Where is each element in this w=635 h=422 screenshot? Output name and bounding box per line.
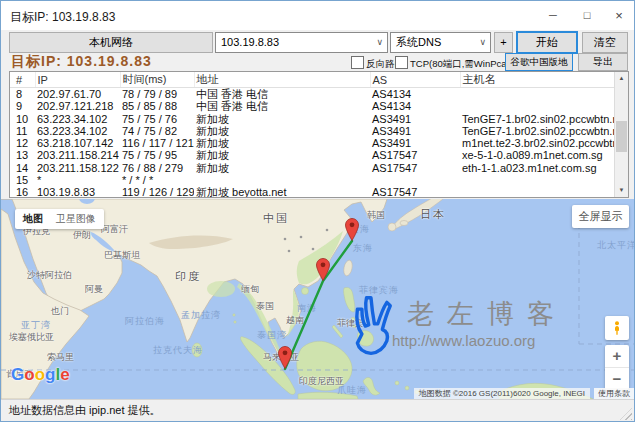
clear-button[interactable]: 清空 [582,32,628,53]
google-logo-letter: o [24,365,34,384]
title-bar: 目标IP: 103.19.8.83 ─ □ × [1,1,634,30]
table-cell: 14 [10,162,35,174]
pegman-icon [609,320,625,336]
column-header[interactable]: 地址 [194,72,370,88]
table-cell: 76 / 88 / 279 [120,162,194,174]
table-cell [194,174,370,186]
export-button[interactable]: 导出 [578,53,628,71]
map-type-map-button[interactable]: 地图 [23,213,43,224]
table-cell [370,174,460,186]
table-cell [460,186,615,198]
table-cell: AS17547 [370,149,460,161]
table-cell [460,174,615,186]
google-logo-letter: o [35,365,45,384]
status-text: 地址数据信息由 ipip.net 提供。 [9,403,161,418]
map-zoom-control: + − [605,345,629,390]
column-header[interactable]: AS [370,72,460,88]
app-window: 目标IP: 103.19.8.83 ─ □ × 本机网络 103.19.8.83… [0,0,635,422]
google-logo[interactable]: Google [11,365,70,385]
victory-hand-icon [347,291,395,359]
table-cell: 8 [10,88,35,101]
terms-of-use-link[interactable]: 使用条款 [594,388,634,399]
local-network-button[interactable]: 本机网络 [9,32,213,53]
table-row[interactable]: 15** / * / * [10,174,615,186]
table-cell: 119 / 126 / 129 [120,186,194,198]
target-ip-label: 目标IP: 103.19.8.83 [11,53,152,71]
trace-table-header-row: #IP时间(ms)地址AS主机名 [10,72,615,88]
dns-value: 系统DNS [396,36,441,48]
table-row[interactable]: 13203.211.158.21475 / 75 / 95新加坡AS17547x… [10,149,615,161]
google-logo-letter: e [60,365,69,384]
table-cell: 新加坡 [194,162,370,174]
scrollbar-down-icon[interactable]: ▼ [615,184,628,197]
column-header[interactable]: # [10,72,35,88]
table-cell: 203.211.158.214 [35,149,120,161]
add-button[interactable]: + [494,32,513,53]
resize-grip-icon[interactable] [620,408,632,420]
watermark-title: 老左博客 [407,296,567,332]
route-map[interactable]: 中国韩国日本伊拉克伊朗阿富汗巴基斯坦沙特阿拉伯阿曼也门印度缅甸泰国越南菲律宾马来… [1,199,634,399]
checkbox-icon [351,56,364,69]
table-row[interactable]: 1263.218.107.142116 / 117 / 121新加坡AS3491… [10,137,615,149]
maximize-button[interactable]: □ [571,1,603,30]
table-cell: 11 [10,125,35,137]
table-cell: AS3491 [370,137,460,149]
google-cn-map-button[interactable]: 谷歌中国版地图 [505,53,573,71]
table-cell: 202.97.121.218 [35,100,120,112]
zoom-in-button[interactable]: + [605,345,629,367]
table-cell: 75 / 75 / 76 [120,113,194,125]
table-cell: 63.223.34.102 [35,113,120,125]
table-row[interactable]: 1163.223.34.10274 / 75 / 82新加坡AS3491TenG… [10,125,615,137]
table-cell: 新加坡 [194,149,370,161]
google-logo-letter: G [11,365,24,384]
table-row[interactable]: 8202.97.61.7078 / 79 / 89中国 香港 电信AS4134 [10,88,615,101]
table-cell: 85 / 85 / 88 [120,100,194,112]
table-cell: 中国 香港 电信 [194,88,370,101]
table-row[interactable]: 1063.223.34.10275 / 75 / 76新加坡AS3491TenG… [10,113,615,125]
zoom-out-button[interactable]: − [605,367,629,390]
google-logo-letter: g [45,365,55,384]
table-cell: 78 / 79 / 89 [120,88,194,101]
table-cell: xe-5-1-0.a089.m1net.com.sg [460,149,615,161]
route-marker-pin[interactable] [345,218,359,241]
table-cell: 新加坡 [194,125,370,137]
table-row[interactable]: 9202.97.121.21885 / 85 / 88中国 香港 电信AS413… [10,100,615,112]
map-type-control[interactable]: 地图 卫星图像 [15,209,104,229]
table-cell: 75 / 75 / 95 [120,149,194,161]
table-cell: m1net.te2-3.br02.sin02.pccwbtn.net [460,137,615,149]
column-header[interactable]: IP [35,72,120,88]
scrollbar-up-icon[interactable]: ▲ [615,72,628,85]
target-ip-combobox[interactable]: 103.19.8.83 ∨ [215,32,388,53]
minimize-button[interactable]: ─ [537,1,569,30]
fullscreen-button[interactable]: 全屏显示 [572,205,629,228]
chevron-down-icon: ∨ [376,33,383,52]
table-row[interactable]: 14203.211.158.12276 / 88 / 279新加坡AS17547… [10,162,615,174]
table-cell: 中国 香港 电信 [194,100,370,112]
map-type-satellite-button[interactable]: 卫星图像 [56,213,96,224]
table-cell: 10 [10,113,35,125]
dns-combobox[interactable]: 系统DNS ∨ [390,32,491,53]
table-cell: 16 [10,186,35,198]
route-marker-pin[interactable] [316,258,330,281]
route-marker-pin[interactable] [278,346,292,369]
table-cell: TenGE7-1.br02.sin02.pccwbtn.net [460,125,615,137]
table-cell: 103.19.8.83 [35,186,120,198]
table-cell: TenGE7-1.br02.sin02.pccwbtn.net [460,113,615,125]
trace-table: #IP时间(ms)地址AS主机名 8202.97.61.7078 / 79 / … [9,71,629,198]
table-row[interactable]: 16103.19.8.83119 / 126 / 129新加坡 beyotta.… [10,186,615,198]
table-cell [460,88,615,101]
table-cell: 15 [10,174,35,186]
pegman-button[interactable] [605,316,629,340]
table-scrollbar[interactable]: ▲ ▼ [614,72,628,197]
scrollbar-thumb[interactable] [616,121,627,152]
table-cell: 新加坡 beyotta.net [194,186,370,198]
table-cell: 9 [10,100,35,112]
table-cell: 203.211.158.122 [35,162,120,174]
start-button[interactable]: 开始 [516,31,578,54]
column-header[interactable]: 时间(ms) [120,72,194,88]
column-header[interactable]: 主机名 [460,72,615,88]
close-button[interactable]: × [603,1,635,30]
table-cell: 13 [10,149,35,161]
table-cell: AS4134 [370,100,460,112]
target-ip-value: 103.19.8.83 [221,36,279,48]
